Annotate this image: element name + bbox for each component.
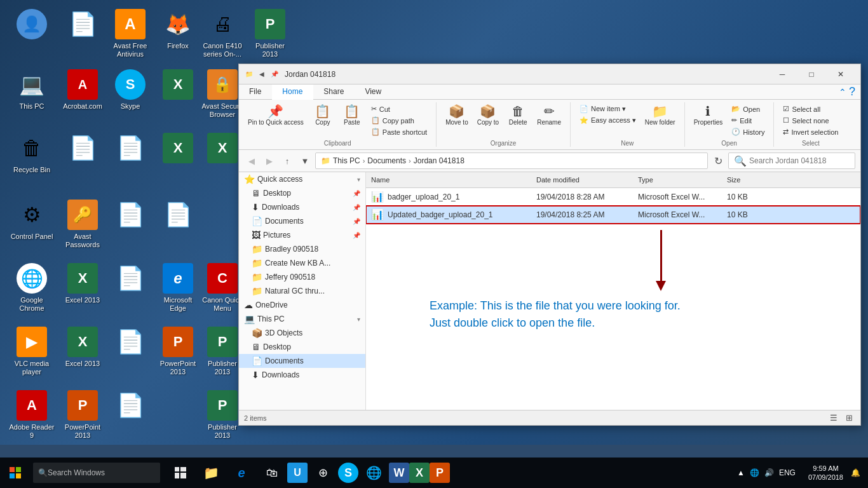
desktop-icon-control-panel[interactable]: ⚙ Control Panel [6,197,57,243]
large-icons-view-button[interactable]: ⊞ [843,412,855,424]
desktop-icon-adobe-reader[interactable]: A Adobe Reader 9 [6,388,57,442]
col-header-size[interactable]: Size [722,175,773,185]
word-taskbar-button[interactable]: W [389,463,409,483]
maximize-button[interactable]: □ [797,64,826,85]
nav-pc-desktop[interactable]: 🖥 Desktop [239,340,365,354]
minimize-button[interactable]: ─ [768,64,797,85]
desktop-icon-this-pc[interactable]: 💻 This PC [6,67,57,113]
start-button[interactable] [0,458,31,488]
chrome-taskbar-button[interactable]: 🌐 [358,458,389,488]
taskbar-search-box[interactable]: 🔍 Search Windows [33,463,160,483]
desktop-icon-blank-6[interactable]: 📄 [105,261,156,299]
nav-documents[interactable]: 📄 Documents 📌 [239,214,365,228]
desktop-icon-vlc[interactable]: ▶ VLC media player [6,324,57,379]
desktop-icon-ms-edge[interactable]: e Microsoft Edge [153,261,203,315]
up-button[interactable]: ↑ [280,153,295,168]
back-button[interactable]: ◀ [244,153,259,168]
nav-natural-gc[interactable]: 📁 Natural GC thru... [239,284,365,298]
new-folder-button[interactable]: 📁 New folder [641,102,679,128]
desktop-icon-powerpoint[interactable]: P PowerPoint 2013 [153,324,203,379]
task-view-button[interactable] [165,458,196,488]
desktop-icon-user-profile[interactable]: 👤 [6,6,57,44]
desktop-icon-blank-4[interactable]: 📄 [105,197,156,235]
desktop-icon-skype[interactable]: S Skype [105,67,156,113]
search-input[interactable] [749,156,850,165]
cut-button[interactable]: ✂ Cut [367,104,431,114]
easy-access-button[interactable]: ⭐ Easy access ▾ [576,115,640,126]
desktop-icon-excel-2[interactable]: X [153,130,203,168]
nav-jeffery[interactable]: 📁 Jeffery 090518 [239,270,365,284]
nav-create-kb[interactable]: 📁 Create New KB A... [239,256,365,270]
language-label[interactable]: ENG [776,468,798,477]
excel-taskbar-button[interactable]: X [409,463,430,483]
desktop-icon-excel-4[interactable]: X Excel 2013 [57,261,108,307]
desktop-icon-excel[interactable]: X [153,67,203,105]
ribbon-help-icon[interactable]: ? [849,85,855,98]
desktop-icon-canon-e410[interactable]: 🖨 Canon E410 series On-... [197,6,248,61]
search-box[interactable]: 🔍 [728,152,855,169]
paste-button[interactable]: 📋 Paste [338,102,366,128]
nav-pc-documents[interactable]: 📄 Documents [239,354,365,368]
recent-locations-button[interactable]: ▼ [297,153,313,168]
col-header-date[interactable]: Date modified [531,175,633,185]
select-none-button[interactable]: ☐ Select none [779,115,842,126]
nav-bradley[interactable]: 📁 Bradley 090518 [239,242,365,256]
store-taskbar-button[interactable]: 🛍 [257,458,287,488]
col-header-type[interactable]: Type [633,175,722,185]
desktop-icon-blank-8[interactable]: 📄 [105,388,156,426]
uplay-taskbar-button[interactable]: U [287,463,308,483]
desktop-icon-blank-2[interactable]: 📄 [57,130,108,168]
nav-pictures[interactable]: 🖼 Pictures 📌 [239,228,365,242]
desktop-icon-avast[interactable]: A Avast Free Antivirus [105,6,156,61]
ppt-taskbar-button[interactable]: P [430,463,450,483]
pin-to-quick-button[interactable]: 📌 Pin to Quick access [244,102,308,128]
volume-icon[interactable]: 🔊 [762,468,776,477]
table-row[interactable]: 📊 Updated_badger_upload_20_1 19/04/2018 … [366,206,860,224]
desktop-icon-chrome[interactable]: 🌐 Google Chrome [6,261,57,315]
edit-button[interactable]: ✏ Edit [728,115,768,126]
tab-share[interactable]: Share [313,85,355,99]
desktop-icon-excel-5[interactable]: X Excel 2013 [57,324,108,370]
properties-button[interactable]: ℹ Properties [690,102,727,128]
copy-path-button[interactable]: 📋 Copy path [367,115,431,126]
network-icon[interactable]: 🌐 [747,468,762,477]
edge-taskbar-button[interactable]: e [226,458,257,488]
nav-pc-downloads[interactable]: ⬇ Downloads [239,368,365,382]
desktop-icon-blank-5[interactable]: 📄 [153,197,203,235]
paste-shortcut-button[interactable]: 📋 Paste shortcut [367,126,431,137]
copy-to-button[interactable]: 📦 Copy to [473,102,503,128]
invert-selection-button[interactable]: ⇄ Invert selection [779,126,842,137]
tab-file[interactable]: File [239,85,272,99]
desktop-icon-blank-doc[interactable]: 📄 [57,6,108,44]
origin-taskbar-button[interactable]: ⊕ [308,458,338,488]
forward-button[interactable]: ▶ [262,153,277,168]
history-button[interactable]: 🕐 History [728,126,768,137]
desktop-icon-firefox[interactable]: 🦊 Firefox [153,6,203,53]
rename-button[interactable]: ✏ Rename [533,102,565,128]
open-button[interactable]: 📂 Open [728,104,768,114]
address-box[interactable]: 📁 This PC › Documents › Jordan 041818 [315,152,708,169]
delete-button[interactable]: 🗑 Delete [504,102,532,128]
nav-downloads[interactable]: ⬇ Downloads 📌 [239,200,365,214]
desktop-icon-recycle-bin[interactable]: 🗑 Recycle Bin [6,130,57,177]
desktop-icon-publisher[interactable]: P Publisher 2013 [245,6,295,61]
notification-button[interactable]: 🔔 [848,468,863,477]
table-row[interactable]: 📊 badger_upload_20_1 19/04/2018 8:28 AM … [366,188,860,206]
ribbon-expand-icon[interactable]: ⌃ [839,87,846,97]
file-explorer-taskbar-button[interactable]: 📁 [196,458,226,488]
close-button[interactable]: ✕ [826,64,855,85]
tab-home[interactable]: Home [272,85,313,100]
desktop-icon-acrobat[interactable]: A Acrobat.com [57,67,108,113]
nav-quick-access[interactable]: ⭐ Quick access ▾ [239,172,365,186]
clock[interactable]: 9:59 AM 07/09/2018 [803,464,848,482]
move-to-button[interactable]: 📦 Move to [442,102,472,128]
nav-this-pc[interactable]: 💻 This PC ▾ [239,312,365,326]
tray-arrow[interactable]: ▲ [735,468,747,477]
col-header-name[interactable]: Name [366,175,531,185]
desktop-icon-avast-pass[interactable]: 🔑 Avast Passwords [57,197,108,252]
desktop-icon-powerpoint-2[interactable]: P PowerPoint 2013 [57,388,108,442]
nav-onedrive[interactable]: ☁ OneDrive [239,298,365,312]
desktop-icon-blank-3[interactable]: 📄 [105,130,156,168]
copy-button[interactable]: 📋 Copy [309,102,337,128]
nav-3d-objects[interactable]: 📦 3D Objects [239,326,365,340]
